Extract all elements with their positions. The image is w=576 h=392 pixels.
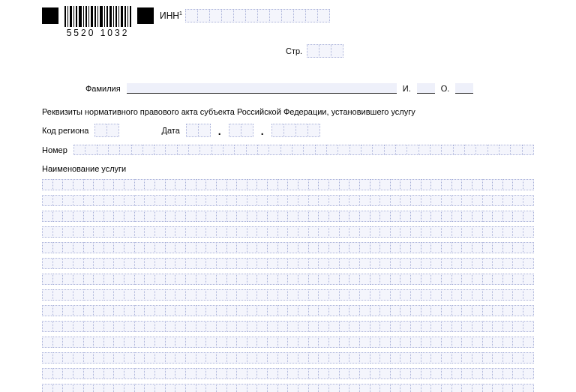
cell[interactable] xyxy=(278,337,289,348)
cell[interactable] xyxy=(93,321,104,332)
cell[interactable] xyxy=(144,305,155,316)
cell[interactable] xyxy=(124,352,135,364)
cell[interactable] xyxy=(472,211,483,222)
cell[interactable] xyxy=(62,195,74,206)
cell[interactable] xyxy=(134,258,146,269)
cell[interactable] xyxy=(380,337,391,348)
cell[interactable] xyxy=(62,226,74,238)
cell[interactable] xyxy=(124,179,135,190)
cell[interactable] xyxy=(293,9,306,22)
cell[interactable] xyxy=(165,145,177,155)
cell[interactable] xyxy=(113,352,124,364)
service-line[interactable] xyxy=(42,242,534,253)
cell[interactable] xyxy=(256,305,268,316)
cell[interactable] xyxy=(185,179,196,190)
cell[interactable] xyxy=(430,321,442,332)
cell[interactable] xyxy=(154,305,166,316)
cell[interactable] xyxy=(198,124,211,137)
cell[interactable] xyxy=(298,274,309,285)
cell[interactable] xyxy=(74,145,86,155)
cell[interactable] xyxy=(246,145,258,155)
cell[interactable] xyxy=(492,305,503,316)
cell[interactable] xyxy=(339,384,350,392)
cell[interactable] xyxy=(308,384,320,392)
cell[interactable] xyxy=(349,242,360,253)
cell[interactable] xyxy=(338,145,350,155)
cell[interactable] xyxy=(196,274,207,285)
cell[interactable] xyxy=(113,211,124,222)
cell[interactable] xyxy=(134,305,146,316)
cell[interactable] xyxy=(370,226,381,238)
cell[interactable] xyxy=(298,242,309,253)
cell[interactable] xyxy=(216,274,227,285)
cell[interactable] xyxy=(73,384,84,392)
cell[interactable] xyxy=(390,211,401,222)
cell[interactable] xyxy=(236,179,248,190)
cell[interactable] xyxy=(430,226,442,238)
cell[interactable] xyxy=(94,124,107,137)
cell[interactable] xyxy=(144,242,155,253)
cell[interactable] xyxy=(349,337,360,348)
cell[interactable] xyxy=(97,145,109,155)
cell[interactable] xyxy=(410,211,422,222)
cell[interactable] xyxy=(502,274,514,285)
cell[interactable] xyxy=(185,352,196,364)
cell[interactable] xyxy=(410,226,422,238)
cell[interactable] xyxy=(523,274,534,285)
cell[interactable] xyxy=(185,9,198,22)
cell[interactable] xyxy=(196,384,207,392)
cell[interactable] xyxy=(461,211,472,222)
cell[interactable] xyxy=(256,179,268,190)
cell[interactable] xyxy=(196,258,207,269)
cell[interactable] xyxy=(298,321,309,332)
cell[interactable] xyxy=(278,242,289,253)
cell[interactable] xyxy=(226,258,238,269)
cell[interactable] xyxy=(308,274,320,285)
cell[interactable] xyxy=(185,242,196,253)
service-line[interactable] xyxy=(42,179,534,190)
service-line[interactable] xyxy=(42,289,534,301)
cell[interactable] xyxy=(339,305,350,316)
cell[interactable] xyxy=(308,124,320,137)
cell[interactable] xyxy=(144,179,155,190)
cell[interactable] xyxy=(144,337,155,348)
cell[interactable] xyxy=(512,368,524,379)
cell[interactable] xyxy=(502,211,514,222)
cell[interactable] xyxy=(267,384,278,392)
cell[interactable] xyxy=(206,337,217,348)
cell[interactable] xyxy=(298,226,309,238)
cell[interactable] xyxy=(287,226,298,238)
service-line[interactable] xyxy=(42,226,534,238)
cell[interactable] xyxy=(400,384,411,392)
cell[interactable] xyxy=(256,352,268,364)
cell[interactable] xyxy=(206,368,217,379)
cell[interactable] xyxy=(499,145,511,155)
cell[interactable] xyxy=(380,179,391,190)
cell[interactable] xyxy=(298,384,309,392)
cell[interactable] xyxy=(247,211,258,222)
cell[interactable] xyxy=(308,368,320,379)
cell[interactable] xyxy=(42,211,53,222)
cell[interactable] xyxy=(42,289,53,301)
cell[interactable] xyxy=(144,258,155,269)
cell[interactable] xyxy=(42,305,53,316)
cell[interactable] xyxy=(236,226,248,238)
cell[interactable] xyxy=(226,384,238,392)
cell[interactable] xyxy=(492,179,503,190)
cell[interactable] xyxy=(216,242,227,253)
cell[interactable] xyxy=(216,337,227,348)
cell[interactable] xyxy=(165,242,176,253)
cell[interactable] xyxy=(85,145,97,155)
cell[interactable] xyxy=(256,274,268,285)
cell[interactable] xyxy=(406,145,418,155)
cell[interactable] xyxy=(410,179,422,190)
cell[interactable] xyxy=(339,368,350,379)
cell[interactable] xyxy=(278,179,289,190)
cell[interactable] xyxy=(370,368,381,379)
cell[interactable] xyxy=(472,179,483,190)
cell[interactable] xyxy=(196,352,207,364)
cell[interactable] xyxy=(523,384,534,392)
cell[interactable] xyxy=(185,274,196,285)
cell[interactable] xyxy=(165,368,176,379)
cell[interactable] xyxy=(245,9,258,22)
